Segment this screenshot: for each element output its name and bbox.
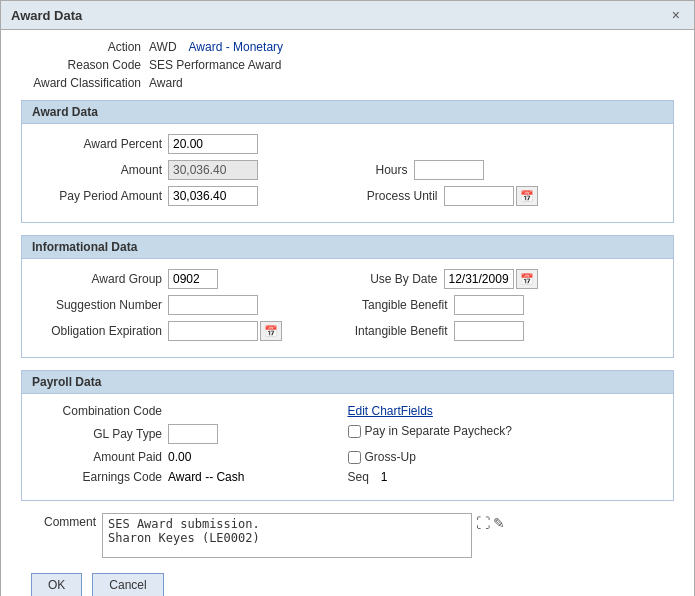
gl-pay-label: GL Pay Type [32,427,162,441]
suggestion-col: Suggestion Number [32,295,348,321]
amount-hours-row: Amount Hours [32,160,663,186]
award-data-section-body: Award Percent Amount Hours [22,124,673,222]
pay-separate-col: Pay in Separate Paycheck? [348,424,664,450]
amount-input [168,160,258,180]
edit-chartfields-col: Edit ChartFields [348,404,664,424]
use-by-date-input[interactable] [444,269,514,289]
gross-up-col: Gross-Up [348,450,664,470]
expand-icon[interactable]: ⛶ [476,515,490,531]
use-by-date-calendar-btn[interactable]: 📅 [516,269,538,289]
award-data-section: Award Data Award Percent Amount [21,100,674,223]
award-data-window: Award Data × Action AWD Award - Monetary… [0,0,695,596]
window-title: Award Data [11,8,82,23]
obligation-intangible-row: Obligation Expiration 📅 Intangible Benef… [32,321,663,347]
intangible-input[interactable] [454,321,524,341]
award-percent-row: Award Percent [32,134,663,154]
payroll-data-section: Payroll Data Combination Code Edit Chart… [21,370,674,501]
obligation-col: Obligation Expiration 📅 [32,321,348,347]
award-data-section-header: Award Data [22,101,673,124]
informational-data-section: Informational Data Award Group Use By Da… [21,235,674,358]
award-group-col: Award Group [32,269,348,295]
amount-col: Amount [32,160,348,186]
intangible-col: Intangible Benefit [348,321,664,347]
award-group-input[interactable] [168,269,218,289]
gross-up-form-row: Gross-Up [348,450,664,464]
seq-value: 1 [381,470,388,484]
process-until-row: Process Until 📅 [348,186,664,206]
bottom-buttons: OK Cancel [21,568,674,596]
action-row: Action AWD Award - Monetary [21,40,674,54]
comment-icons: ⛶ ✎ [476,513,505,531]
process-until-label: Process Until [348,189,438,203]
gross-up-checkbox[interactable] [348,451,361,464]
pay-period-input[interactable] [168,186,258,206]
award-group-row: Award Group Use By Date 📅 [32,269,663,295]
obligation-calendar-btn[interactable]: 📅 [260,321,282,341]
informational-section-body: Award Group Use By Date 📅 [22,259,673,357]
amount-paid-label: Amount Paid [32,450,162,464]
intangible-form-row: Intangible Benefit [348,321,664,341]
pay-period-process-row: Pay Period Amount Process Until 📅 [32,186,663,212]
informational-section-header: Informational Data [22,236,673,259]
use-by-date-col: Use By Date 📅 [348,269,664,295]
tangible-form-row: Tangible Benefit [348,295,664,315]
gl-pay-form-row: GL Pay Type [32,424,348,444]
award-group-form-row: Award Group [32,269,348,289]
reason-label: Reason Code [21,58,141,72]
hours-col: Hours [348,160,664,186]
suggestion-form-row: Suggestion Number [32,295,348,315]
hours-input[interactable] [414,160,484,180]
combination-label: Combination Code [32,404,162,418]
pay-separate-form-row: Pay in Separate Paycheck? [348,424,664,438]
cancel-button[interactable]: Cancel [92,573,163,596]
earnings-form-row: Earnings Code Award -- Cash [32,470,348,484]
reason-value: SES Performance Award [149,58,282,72]
obligation-input[interactable] [168,321,258,341]
award-percent-input[interactable] [168,134,258,154]
pay-separate-checkbox[interactable] [348,425,361,438]
edit-chartfields-form-row: Edit ChartFields [348,404,664,418]
close-button[interactable]: × [668,7,684,23]
pay-period-label: Pay Period Amount [32,189,162,203]
seq-col: Seq 1 [348,470,664,490]
edit-icon[interactable]: ✎ [493,515,505,531]
combination-form-row: Combination Code [32,404,348,418]
pay-separate-label: Pay in Separate Paycheck? [365,424,512,438]
action-value: Award - Monetary [189,40,283,54]
combination-col: Combination Code [32,404,348,424]
pay-period-col: Pay Period Amount [32,186,348,212]
ok-button[interactable]: OK [31,573,82,596]
amount-paid-col: Amount Paid 0.00 [32,450,348,470]
classification-row: Award Classification Award [21,76,674,90]
comment-textarea[interactable] [102,513,472,558]
pay-period-row: Pay Period Amount [32,186,348,206]
suggestion-input[interactable] [168,295,258,315]
earnings-col: Earnings Code Award -- Cash [32,470,348,490]
comment-label: Comment [31,513,96,529]
classification-value: Award [149,76,183,90]
intangible-label: Intangible Benefit [348,324,448,338]
action-label: Action [21,40,141,54]
process-until-input[interactable] [444,186,514,206]
earnings-seq-row: Earnings Code Award -- Cash Seq 1 [32,470,663,490]
edit-chartfields-link[interactable]: Edit ChartFields [348,404,433,418]
gl-pay-row: GL Pay Type Pay in Separate Paycheck? [32,424,663,450]
combination-row: Combination Code Edit ChartFields [32,404,663,424]
gl-pay-input[interactable] [168,424,218,444]
amount-paid-value: 0.00 [168,450,191,464]
earnings-value: Award -- Cash [168,470,244,484]
award-group-label: Award Group [32,272,162,286]
gross-up-checkbox-label: Gross-Up [348,450,416,464]
tangible-col: Tangible Benefit [348,295,664,321]
tangible-input[interactable] [454,295,524,315]
tangible-label: Tangible Benefit [348,298,448,312]
amount-row: Amount [32,160,348,180]
award-percent-label: Award Percent [32,137,162,151]
hours-row: Hours [348,160,664,180]
use-by-date-label: Use By Date [348,272,438,286]
process-until-col: Process Until 📅 [348,186,664,212]
amount-paid-form-row: Amount Paid 0.00 [32,450,348,464]
earnings-label: Earnings Code [32,470,162,484]
process-until-calendar-btn[interactable]: 📅 [516,186,538,206]
use-by-date-form-row: Use By Date 📅 [348,269,664,289]
